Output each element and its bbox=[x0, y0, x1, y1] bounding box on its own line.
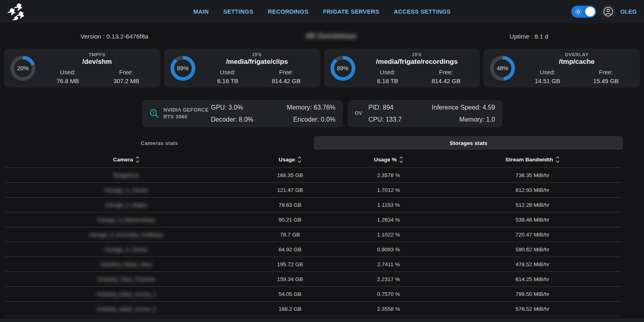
column-header-camera[interactable]: Camera bbox=[6, 156, 247, 163]
theme-toggle[interactable] bbox=[571, 6, 596, 18]
sort-icon bbox=[135, 156, 139, 163]
camera-name-blurred: Garage_1_Vorota bbox=[6, 187, 247, 193]
free-label: Free: bbox=[577, 69, 635, 75]
svg-text:?: ? bbox=[152, 110, 154, 115]
toggle-knob[interactable] bbox=[585, 7, 595, 16]
user-avatar[interactable] bbox=[601, 5, 615, 18]
fs-type-label: TMPFS bbox=[39, 52, 156, 57]
table-row: Bolgakova 168.35 GB 2.3578 % 736.35 MiB/… bbox=[6, 167, 621, 182]
bandwidth-cell: 614.25 MiB/hr bbox=[444, 276, 621, 282]
camera-name-blurred: Holodnij_sklad_vorota_2 bbox=[6, 306, 247, 312]
usage-cell: 121.47 GB bbox=[247, 187, 333, 193]
donut-percent-label: 20% bbox=[14, 59, 32, 77]
uptime-label: Uptime : 8.1 d bbox=[510, 33, 549, 40]
used-label: Used: bbox=[199, 69, 257, 75]
version-label: Version : 0.13.2-6476f8a bbox=[80, 33, 148, 40]
table-row: Holodnij_sklad_vorota_2 168.2 GB 2.3558 … bbox=[6, 301, 621, 316]
bandwidth-cell: 538.48 MiB/hr bbox=[444, 217, 621, 223]
detector-stats-card: OV PID: 894 CPU: 133.7 Inference Speed: … bbox=[348, 100, 502, 127]
table-row: Holodnij_Sklad_Ulica 195.72 GB 2.7411 % … bbox=[6, 257, 621, 271]
sort-icon bbox=[556, 156, 560, 163]
donut-percent-label: 89% bbox=[334, 59, 352, 77]
nav-item-settings[interactable]: SETTINGS bbox=[223, 8, 253, 15]
column-header-stream-bandwidth[interactable]: Stream Bandwidth bbox=[444, 156, 621, 163]
usage-percent-cell: 0.7570 % bbox=[333, 291, 444, 297]
frigate-logo-icon[interactable] bbox=[7, 2, 28, 21]
bandwidth-cell: 736.35 MiB/hr bbox=[444, 172, 621, 178]
table-header-row: Camera Usage Usage % Stream Bandwidth bbox=[6, 151, 621, 167]
main-navigation: MAIN SETTINGS RECORDINGS FRIGATE SERVERS… bbox=[193, 8, 451, 15]
free-value: 814.42 GB bbox=[257, 77, 315, 84]
person-icon bbox=[603, 6, 613, 17]
detector-inference-value: Inference Speed: 4.59 bbox=[432, 102, 495, 114]
detector-cpu-value: CPU: 133.7 bbox=[369, 114, 402, 126]
used-value: 76.8 MB bbox=[39, 77, 97, 84]
usage-percent-cell: 0.9093 % bbox=[333, 247, 444, 253]
storage-card-clips: 89% ZFS /media/frigate/clips Used: 6.18 … bbox=[164, 49, 320, 88]
storages-stats-table: Camera Usage Usage % Stream Bandwidth Bo… bbox=[6, 151, 621, 316]
bandwidth-cell: 590.62 MiB/hr bbox=[444, 247, 621, 253]
mount-path-label: /tmp/cache bbox=[518, 58, 635, 66]
column-header-usage-percent[interactable]: Usage % bbox=[333, 156, 444, 163]
table-row: Garage_3_Masterskaya 90.21 GB 1.2634 % 5… bbox=[6, 212, 621, 227]
system-info-row: Version : 0.13.2-6476f8a AB Zavodskaya U… bbox=[0, 32, 644, 43]
donut-percent-label: 48% bbox=[494, 59, 511, 77]
used-label: Used: bbox=[518, 69, 576, 75]
usage-donut: 89% bbox=[170, 56, 195, 81]
camera-name-blurred: Garage_5_Zamer bbox=[6, 247, 247, 253]
tab-storages-stats[interactable]: Storages stats bbox=[314, 136, 623, 150]
bandwidth-cell: 720.47 MiB/hr bbox=[444, 232, 621, 238]
usage-percent-cell: 2.3578 % bbox=[333, 172, 444, 178]
gpu-name-label: NVIDIA GEFORCE RTX 3060 bbox=[164, 107, 211, 121]
usage-cell: 90.21 GB bbox=[247, 217, 333, 223]
stats-tabs: Cameras stats Storages stats bbox=[5, 136, 623, 150]
detector-name-label: OV bbox=[355, 110, 369, 117]
gpu-usage-value: GPU: 3.0% bbox=[211, 102, 254, 114]
sun-icon bbox=[575, 8, 582, 15]
table-row: Garage_2_Mojka 79.63 GB 1.1153 % 512.28 … bbox=[6, 197, 621, 212]
bandwidth-cell: 812.93 MiB/hr bbox=[444, 187, 621, 193]
usage-cell: 195.72 GB bbox=[247, 261, 333, 267]
bandwidth-cell: 512.28 MiB/hr bbox=[444, 202, 621, 208]
usage-percent-cell: 1.2634 % bbox=[333, 217, 444, 223]
storage-card-recordings: 89% ZFS /media/frigate/recordings Used: … bbox=[324, 49, 480, 88]
username-label[interactable]: OLEG bbox=[620, 8, 637, 15]
usage-donut: 20% bbox=[10, 56, 35, 81]
sort-icon bbox=[297, 156, 301, 163]
fs-type-label: OVERLAY bbox=[518, 52, 635, 57]
nav-item-frigate-servers[interactable]: FRIGATE SERVERS bbox=[323, 8, 379, 15]
free-label: Free: bbox=[97, 69, 155, 75]
gpu-decoder-value: Decoder: 8.0% bbox=[211, 114, 254, 126]
camera-name-blurred: Bolgakova bbox=[6, 172, 247, 178]
mount-path-label: /dev/shm bbox=[39, 58, 156, 66]
used-value: 14.51 GB bbox=[518, 77, 576, 84]
mount-path-label: /media/frigate/clips bbox=[199, 58, 316, 66]
camera-name-blurred: Holodnij_Sklad_Ulica bbox=[6, 261, 247, 267]
tab-cameras-stats[interactable]: Cameras stats bbox=[5, 136, 314, 150]
bandwidth-cell: 576.52 MiB/hr bbox=[444, 306, 621, 312]
free-value: 15.49 GB bbox=[577, 77, 635, 84]
usage-donut: 89% bbox=[330, 56, 355, 81]
process-cards-row: ? NVIDIA GEFORCE RTX 3060 GPU: 3.0% Deco… bbox=[0, 100, 644, 127]
gpu-stats-card: ? NVIDIA GEFORCE RTX 3060 GPU: 3.0% Deco… bbox=[142, 100, 343, 127]
column-header-usage[interactable]: Usage bbox=[247, 156, 333, 163]
used-label: Used: bbox=[359, 69, 417, 75]
used-value: 6.18 TB bbox=[199, 77, 257, 84]
navbar-right-group: OLEG bbox=[571, 5, 637, 18]
nav-item-access-settings[interactable]: ACCESS SETTINGS bbox=[394, 8, 451, 15]
usage-percent-cell: 1.7012 % bbox=[333, 187, 444, 193]
detector-pid-value: PID: 894 bbox=[369, 102, 402, 114]
free-value: 814.42 GB bbox=[417, 77, 475, 84]
sort-icon bbox=[399, 156, 403, 163]
nav-item-recordings[interactable]: RECORDINGS bbox=[268, 8, 308, 15]
usage-percent-cell: 2.2317 % bbox=[333, 276, 444, 282]
storage-card-cache: 48% OVERLAY /tmp/cache Used: 14.51 GB Fr… bbox=[484, 49, 640, 88]
nav-item-main[interactable]: MAIN bbox=[193, 8, 209, 15]
used-label: Used: bbox=[39, 69, 97, 75]
table-row: Holodnij_sklad_vorota_1 54.05 GB 0.7570 … bbox=[6, 286, 621, 301]
camera-name-blurred: Holodnij_sklad_vorota_1 bbox=[6, 291, 247, 297]
station-title-blurred: AB Zavodskaya bbox=[306, 32, 357, 40]
camera-name-blurred: Garage_4_Komnata_Voditelya bbox=[6, 232, 247, 238]
camera-name-blurred: Garage_3_Masterskaya bbox=[6, 217, 247, 223]
free-label: Free: bbox=[417, 69, 475, 75]
